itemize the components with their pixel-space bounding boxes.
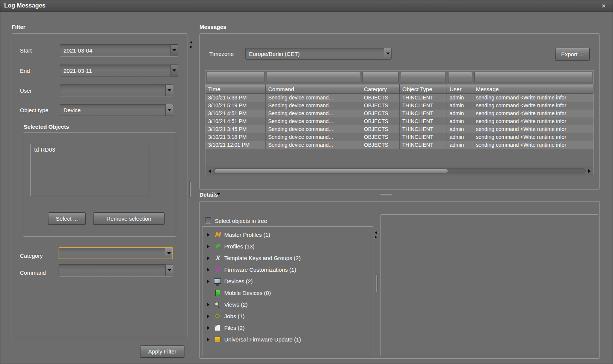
- jobs-icon: [213, 313, 222, 320]
- selected-object-item[interactable]: td-RD03: [34, 146, 145, 153]
- cell-message: sending command <Write runtime infor: [473, 94, 593, 102]
- titlebar[interactable]: Log Messages ×: [0, 0, 613, 12]
- table-body: 3/10/21 5:33 PM Sending device command..…: [205, 94, 593, 167]
- user-combobox[interactable]: [60, 84, 173, 96]
- expand-arrow-icon[interactable]: [207, 338, 213, 341]
- end-dropdown-arrow-icon[interactable]: [171, 65, 178, 77]
- tree-item[interactable]: Jobs (1): [202, 310, 373, 322]
- scrollbar-thumb[interactable]: [214, 169, 448, 173]
- table-row[interactable]: 3/10/21 4:51 PM Sending device command..…: [205, 110, 593, 117]
- filter-input-time[interactable]: [205, 71, 266, 84]
- tree-splitter-handle[interactable]: [376, 274, 377, 292]
- category-combobox[interactable]: [59, 247, 173, 259]
- cell-object-type: THINCLIENT: [400, 110, 447, 117]
- cell-category: OBJECTS: [361, 94, 400, 102]
- filter-splitter-handle[interactable]: [189, 181, 191, 198]
- tree-item[interactable]: Universal Firmware Update (1): [202, 334, 373, 345]
- cell-time: 3/10/21 12:01 PM: [205, 141, 266, 149]
- filter-group-title: Filter: [12, 24, 26, 30]
- cell-object-type: THINCLIENT: [400, 117, 447, 125]
- table-row[interactable]: 3/10/21 12:01 PM Sending device command.…: [205, 141, 593, 149]
- column-header-time[interactable]: Time: [205, 84, 266, 94]
- start-dropdown-arrow-icon[interactable]: [171, 44, 178, 56]
- end-date-combobox[interactable]: 2021-03-11: [60, 65, 178, 77]
- apply-filter-button[interactable]: Apply Filter: [140, 345, 184, 358]
- tree-item[interactable]: Master Profiles (1): [202, 229, 373, 241]
- column-header-command[interactable]: Command: [266, 84, 361, 94]
- select-objects-in-tree-checkbox[interactable]: [205, 217, 211, 223]
- cell-user: admin: [447, 141, 473, 149]
- expand-arrow-icon[interactable]: [207, 268, 213, 272]
- table-row[interactable]: 3/10/21 4:51 PM Sending device command..…: [205, 117, 593, 125]
- expand-arrow-icon[interactable]: [207, 233, 213, 237]
- cell-user: admin: [447, 102, 473, 110]
- table-row[interactable]: 3/10/21 5:19 PM Sending device command..…: [205, 102, 593, 110]
- expand-arrow-icon[interactable]: [207, 314, 213, 318]
- start-label: Start: [20, 47, 32, 54]
- object-type-label: Object type: [20, 107, 48, 113]
- object-type-combobox[interactable]: Device: [60, 104, 173, 116]
- export-button[interactable]: Export ...: [555, 48, 590, 60]
- filter-input-user[interactable]: [447, 71, 473, 84]
- table-row[interactable]: 3/10/21 3:45 PM Sending device command..…: [205, 125, 593, 133]
- table-row[interactable]: 3/10/21 5:33 PM Sending device command..…: [205, 94, 593, 102]
- scrollbar-track[interactable]: [213, 168, 586, 174]
- start-date-combobox[interactable]: 2021-03-04: [60, 44, 178, 56]
- select-objects-button[interactable]: Select ...: [48, 212, 86, 225]
- filter-input-message[interactable]: [473, 71, 593, 84]
- filter-splitter-collapse-icons[interactable]: [190, 41, 192, 48]
- category-dropdown-arrow-icon[interactable]: [165, 248, 172, 259]
- message-detail-textarea: [380, 214, 598, 356]
- firmware-customizations-icon: [213, 266, 222, 273]
- tree-item[interactable]: Template Keys and Groups (2): [202, 252, 373, 264]
- tree-item[interactable]: Devices (2): [202, 275, 373, 287]
- tree-item[interactable]: Firmware Customizations (1): [202, 264, 373, 275]
- cell-object-type: THINCLIENT: [400, 102, 447, 110]
- cell-category: OBJECTS: [361, 117, 400, 125]
- object-type-dropdown-arrow-icon[interactable]: [165, 104, 173, 116]
- selected-objects-title: Selected Objects: [24, 123, 69, 130]
- timezone-label: Timezone: [209, 51, 234, 57]
- details-splitter-handle[interactable]: [380, 194, 393, 196]
- cell-category: OBJECTS: [361, 141, 400, 149]
- expand-arrow-icon[interactable]: [207, 326, 213, 330]
- timezone-combobox[interactable]: Europe/Berlin (CET): [245, 48, 392, 60]
- select-objects-in-tree-label: Select objects in tree: [215, 218, 267, 224]
- user-dropdown-arrow-icon[interactable]: [165, 85, 173, 96]
- details-group-title: Details: [199, 191, 218, 198]
- column-header-user[interactable]: User: [447, 84, 473, 94]
- tree-item[interactable]: Files (2): [202, 322, 373, 334]
- tree-item[interactable]: Views (2): [202, 299, 373, 310]
- filter-input-command[interactable]: [266, 71, 361, 84]
- column-header-object-type[interactable]: Object Type: [400, 84, 447, 94]
- messages-group-title: Messages: [199, 24, 226, 30]
- timezone-dropdown-arrow-icon[interactable]: [384, 48, 391, 59]
- cell-time: 3/10/21 5:19 PM: [205, 102, 266, 110]
- tree-splitter-collapse-icons[interactable]: [375, 231, 377, 239]
- start-date-value: 2021-03-04: [60, 45, 169, 56]
- expand-arrow-icon[interactable]: [207, 280, 213, 283]
- scroll-right-icon[interactable]: [586, 168, 592, 174]
- table-row[interactable]: 3/10/21 3:18 PM Sending device command..…: [205, 133, 593, 141]
- tree-item[interactable]: Mobile Devices (0): [202, 287, 373, 299]
- command-dropdown-arrow-icon[interactable]: [165, 265, 173, 276]
- cell-time: 3/10/21 3:18 PM: [205, 133, 266, 141]
- expand-arrow-icon[interactable]: [207, 245, 213, 248]
- command-combobox[interactable]: [59, 264, 173, 276]
- end-date-value: 2021-03-11: [60, 65, 169, 76]
- horizontal-scrollbar[interactable]: [205, 167, 593, 175]
- filter-input-category[interactable]: [361, 71, 400, 84]
- cell-message: sending command <Write runtime infor: [473, 110, 593, 117]
- column-header-message[interactable]: Message: [473, 84, 593, 94]
- expand-arrow-icon[interactable]: [207, 256, 213, 260]
- filter-input-object-type[interactable]: [400, 71, 447, 84]
- scroll-left-icon[interactable]: [207, 168, 213, 174]
- remove-selection-button[interactable]: Remove selection: [93, 212, 165, 225]
- column-header-category[interactable]: Category: [361, 84, 400, 94]
- expand-arrow-icon[interactable]: [207, 303, 213, 307]
- tree-item[interactable]: Profiles (13): [202, 241, 373, 252]
- selected-objects-list[interactable]: td-RD03: [30, 144, 149, 196]
- template-keys-icon: [213, 255, 222, 262]
- cell-object-type: THINCLIENT: [400, 133, 447, 141]
- close-icon[interactable]: ×: [599, 2, 608, 11]
